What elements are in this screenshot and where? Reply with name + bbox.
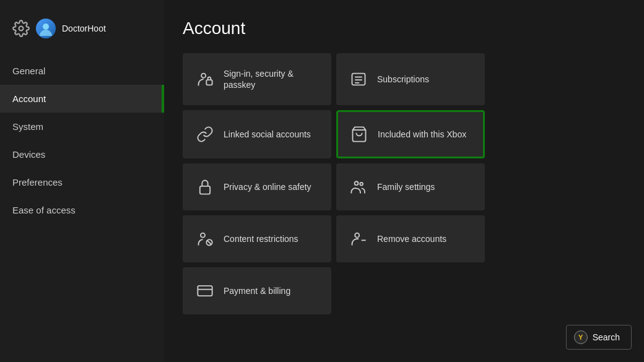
y-button-icon: Y xyxy=(574,330,588,344)
sidebar-item-devices[interactable]: Devices xyxy=(0,140,164,168)
svg-point-11 xyxy=(360,183,363,186)
bottom-bar: Y Search xyxy=(566,325,632,350)
sidebar-item-preferences[interactable]: Preferences xyxy=(0,168,164,196)
svg-point-10 xyxy=(355,182,359,186)
main-content: Account Sign-in, security & passkey xyxy=(164,0,644,362)
person-restrict-icon xyxy=(196,230,214,248)
gear-icon xyxy=(12,20,30,37)
sidebar-item-ease-of-access[interactable]: Ease of access xyxy=(0,196,164,224)
svg-line-14 xyxy=(207,241,211,244)
tile-content-restrictions-label: Content restrictions xyxy=(224,233,298,244)
svg-point-1 xyxy=(43,24,49,30)
tile-privacy-safety[interactable]: Privacy & online safety xyxy=(183,163,331,210)
sidebar-header: DoctorHoot xyxy=(0,12,164,57)
tile-family-settings[interactable]: Family settings xyxy=(336,163,485,210)
tile-content-restrictions[interactable]: Content restrictions xyxy=(183,215,331,262)
sidebar: DoctorHoot General Account System Device… xyxy=(0,0,164,362)
svg-rect-3 xyxy=(206,80,212,85)
search-button[interactable]: Y Search xyxy=(566,325,632,350)
tile-sign-in-security[interactable]: Sign-in, security & passkey xyxy=(183,53,331,105)
person-remove-icon xyxy=(350,230,367,248)
svg-point-0 xyxy=(19,27,24,31)
svg-point-12 xyxy=(201,233,205,238)
sidebar-item-system[interactable]: System xyxy=(0,113,164,140)
username-label: DoctorHoot xyxy=(62,24,106,33)
tile-linked-social[interactable]: Linked social accounts xyxy=(183,110,331,158)
tile-subscriptions[interactable]: Subscriptions xyxy=(336,53,485,105)
lock-icon xyxy=(196,178,214,196)
sidebar-item-general[interactable]: General xyxy=(0,57,164,85)
tile-included-xbox-label: Included with this Xbox xyxy=(378,129,466,140)
tile-payment-billing[interactable]: Payment & billing xyxy=(183,267,331,314)
person-lock-icon xyxy=(196,71,214,88)
tile-sign-in-security-label: Sign-in, security & passkey xyxy=(224,68,318,90)
link-icon xyxy=(196,126,214,143)
list-icon xyxy=(350,71,367,88)
avatar xyxy=(36,19,56,38)
svg-rect-17 xyxy=(198,286,212,296)
tiles-grid: Sign-in, security & passkey Subscription… xyxy=(183,53,625,314)
tile-privacy-safety-label: Privacy & online safety xyxy=(224,181,311,192)
tile-family-settings-label: Family settings xyxy=(377,181,435,192)
card-icon xyxy=(196,282,214,300)
tile-subscriptions-label: Subscriptions xyxy=(377,74,429,85)
svg-point-2 xyxy=(201,74,206,78)
bag-icon xyxy=(350,126,368,143)
tile-linked-social-label: Linked social accounts xyxy=(224,129,311,140)
search-label: Search xyxy=(593,332,620,342)
tile-remove-accounts-label: Remove accounts xyxy=(377,233,446,244)
family-icon xyxy=(350,178,367,196)
sidebar-nav: General Account System Devices Preferenc… xyxy=(0,57,164,224)
svg-point-15 xyxy=(355,233,359,238)
page-title: Account xyxy=(183,19,625,38)
tile-remove-accounts[interactable]: Remove accounts xyxy=(336,215,485,262)
svg-rect-9 xyxy=(200,186,210,194)
tile-included-xbox[interactable]: Included with this Xbox xyxy=(336,110,485,158)
tile-payment-billing-label: Payment & billing xyxy=(224,285,290,296)
sidebar-item-account[interactable]: Account xyxy=(0,85,164,113)
